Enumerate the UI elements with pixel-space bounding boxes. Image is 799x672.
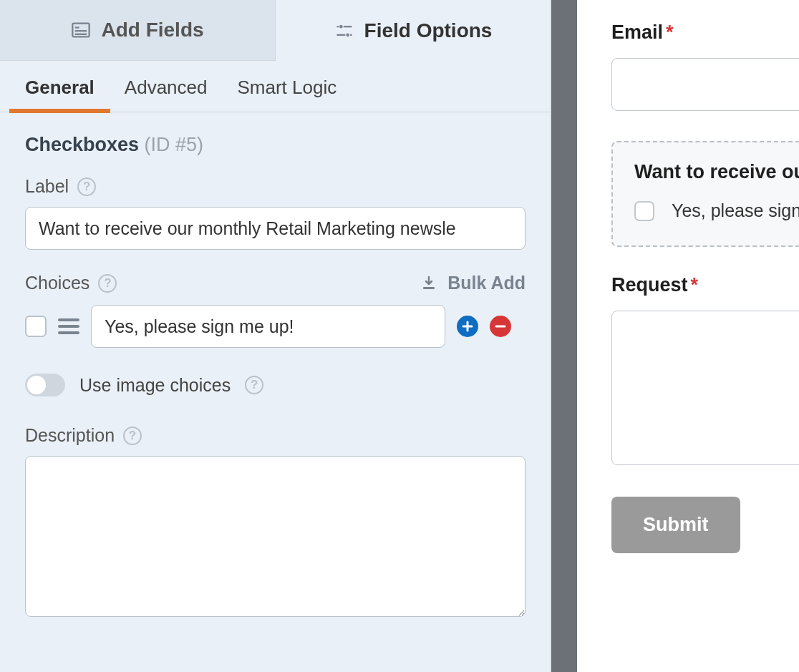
tab-add-fields[interactable]: Add Fields	[0, 0, 275, 61]
choice-default-checkbox[interactable]	[25, 316, 47, 337]
panel-divider	[551, 0, 577, 672]
preview-request-textarea[interactable]	[611, 311, 799, 465]
minus-icon	[495, 321, 506, 332]
sub-tabs: General Advanced Smart Logic	[0, 61, 551, 112]
description-textarea[interactable]	[25, 456, 526, 617]
field-options-panel: Add Fields Field Options General Advance…	[0, 0, 551, 672]
svg-rect-2	[75, 30, 87, 31]
preview-checkbox[interactable]	[634, 201, 654, 221]
field-type-label: Checkboxes	[25, 134, 139, 155]
help-icon[interactable]: ?	[123, 427, 142, 445]
field-title: Checkboxes (ID #5)	[25, 134, 526, 156]
preview-choice-row: Yes, please sign	[634, 200, 799, 221]
sliders-icon	[334, 21, 354, 41]
required-asterisk: *	[691, 274, 699, 296]
svg-point-7	[345, 32, 349, 36]
help-icon[interactable]: ?	[245, 376, 263, 394]
list-icon	[71, 20, 91, 40]
required-asterisk: *	[666, 21, 674, 43]
plus-icon	[462, 321, 473, 332]
svg-rect-8	[423, 287, 435, 289]
help-icon[interactable]: ?	[98, 274, 117, 293]
image-choices-label: Use image choices	[79, 375, 231, 396]
preview-email-input[interactable]	[611, 58, 799, 111]
image-choices-toggle[interactable]	[25, 374, 65, 396]
choice-row	[25, 305, 526, 348]
add-choice-button[interactable]	[457, 316, 478, 337]
help-icon[interactable]: ?	[77, 177, 96, 196]
tab-field-options[interactable]: Field Options	[275, 0, 551, 61]
drag-handle-icon[interactable]	[58, 318, 79, 334]
choices-label: Choices	[25, 273, 89, 293]
label-text: Label	[25, 176, 69, 197]
submit-button[interactable]: Submit	[611, 497, 740, 553]
preview-choice-label: Yes, please sign	[672, 200, 799, 221]
label-input[interactable]	[25, 207, 526, 250]
form-preview-panel: Email* Want to receive ou Yes, please si…	[577, 0, 799, 672]
options-content: Checkboxes (ID #5) Label ? Choices ? Bul…	[0, 112, 551, 620]
selected-field-preview[interactable]: Want to receive ou Yes, please sign	[611, 141, 799, 247]
selected-field-title: Want to receive ou	[634, 161, 799, 183]
remove-choice-button[interactable]	[490, 316, 511, 337]
bulk-add-label: Bulk Add	[447, 273, 526, 293]
field-id-label: (ID #5)	[145, 134, 204, 155]
sub-tab-advanced[interactable]: Advanced	[125, 77, 208, 112]
tab-add-fields-label: Add Fields	[101, 19, 203, 42]
preview-email-label: Email*	[611, 21, 799, 44]
preview-request-label: Request*	[611, 274, 799, 296]
svg-point-5	[339, 24, 343, 29]
tab-field-options-label: Field Options	[364, 19, 493, 42]
sub-tab-general[interactable]: General	[25, 77, 95, 112]
image-choices-row: Use image choices ?	[25, 374, 526, 396]
bulk-add-button[interactable]: Bulk Add	[420, 273, 526, 293]
choices-header: Choices ? Bulk Add	[25, 273, 526, 293]
svg-rect-1	[75, 26, 79, 28]
submit-button-label: Submit	[643, 514, 709, 535]
description-label: Description	[25, 425, 115, 446]
choices-label-row: Choices ?	[25, 273, 117, 293]
choice-text-input[interactable]	[91, 305, 445, 348]
label-section-header: Label ?	[25, 176, 526, 197]
top-tabs: Add Fields Field Options	[0, 0, 551, 61]
toggle-knob	[27, 376, 46, 394]
svg-rect-3	[75, 34, 87, 35]
download-icon	[420, 275, 437, 292]
sub-tab-smart-logic[interactable]: Smart Logic	[237, 77, 336, 112]
description-section-header: Description ?	[25, 425, 526, 446]
